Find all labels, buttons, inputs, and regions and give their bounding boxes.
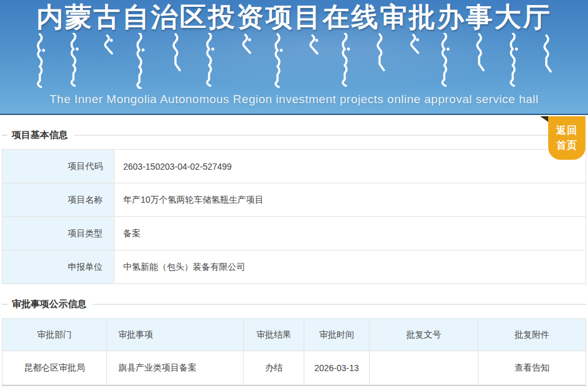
- site-header: 内蒙古自治区投资项目在线审批办事大厅: [0, 0, 588, 115]
- mongolian-script-banner: [27, 33, 562, 89]
- site-title-chinese: 内蒙古自治区投资项目在线审批办事大厅: [0, 0, 588, 32]
- col-header-doc-no: 批复文号: [370, 319, 478, 351]
- cell-item: 旗县产业类项目备案: [107, 351, 244, 385]
- return-home-label-line2: 首页: [548, 138, 586, 153]
- row-label: 申报单位: [2, 251, 114, 284]
- table-row: 项目名称 年产10万个氢两轮车储氢瓶生产项目: [2, 183, 586, 217]
- cell-department: 昆都仑区审批局: [2, 351, 107, 385]
- row-value: 年产10万个氢两轮车储氢瓶生产项目: [114, 183, 586, 217]
- section-title-basic-info: 项目基本信息: [2, 129, 586, 141]
- row-value: 2603-150203-04-02-527499: [114, 150, 586, 183]
- view-notice-link[interactable]: 查看告知: [478, 351, 586, 385]
- title-left-tick: [2, 135, 7, 136]
- site-subtitle-english: The Inner Mongolia Autonomous Region inv…: [0, 93, 588, 106]
- approval-table: 审批部门 审批事项 审批结果 审批时间 批复文号 批复附件 昆都仑区审批局 旗县…: [2, 318, 586, 386]
- table-row: 申报单位 中氢新能（包头）装备有限公司: [2, 251, 586, 284]
- table-header-row: 审批部门 审批事项 审批结果 审批时间 批复文号 批复附件: [2, 319, 586, 351]
- table-row: 项目代码 2603-150203-04-02-527499: [2, 150, 586, 183]
- col-header-department: 审批部门: [2, 319, 107, 351]
- row-label: 项目类型: [2, 217, 114, 251]
- col-header-result: 审批结果: [244, 319, 304, 351]
- col-header-attachment: 批复附件: [478, 319, 586, 351]
- title-left-tick: [2, 304, 7, 305]
- table-row: 项目类型 备案: [2, 217, 586, 251]
- title-rule: [93, 304, 586, 305]
- row-label: 项目代码: [2, 150, 114, 183]
- cell-result: 办结: [244, 351, 304, 385]
- col-header-time: 审批时间: [304, 319, 370, 351]
- row-value: 备案: [114, 217, 586, 251]
- table-row: 昆都仑区审批局 旗县产业类项目备案 办结 2026-03-13 查看告知: [2, 351, 586, 385]
- basic-info-title: 项目基本信息: [12, 129, 68, 141]
- col-header-item: 审批事项: [107, 319, 244, 351]
- return-home-label-line1: 返回: [548, 123, 586, 138]
- row-label: 项目名称: [2, 183, 114, 217]
- ribbon-fold-icon: [540, 116, 548, 122]
- main-content: 项目基本信息 项目代码 2603-150203-04-02-527499 项目名…: [0, 129, 588, 386]
- cell-doc-no: [370, 351, 478, 385]
- row-value: 中氢新能（包头）装备有限公司: [114, 251, 586, 284]
- cell-time: 2026-03-13: [304, 351, 370, 385]
- basic-info-table: 项目代码 2603-150203-04-02-527499 项目名称 年产10万…: [2, 149, 586, 284]
- approval-info-title: 审批事项公示信息: [12, 298, 86, 310]
- section-title-approval-info: 审批事项公示信息: [2, 298, 586, 310]
- title-rule: [74, 135, 586, 136]
- return-home-button[interactable]: 返回 首页: [548, 116, 586, 160]
